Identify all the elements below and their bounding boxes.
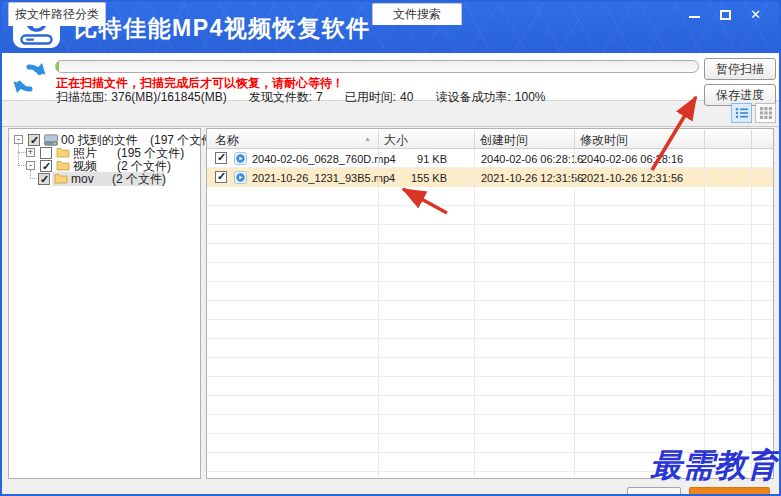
file-row[interactable]: 2040-02-06_0628_760D.mp4 91 KB 2040-02-0…: [207, 149, 773, 168]
column-divider: [474, 149, 475, 477]
column-divider: [751, 149, 752, 477]
tree-checkbox[interactable]: [40, 147, 52, 159]
header-divider: [574, 130, 575, 148]
column-header-name[interactable]: 名称: [215, 132, 239, 149]
app-title: 比特佳能MP4视频恢复软件: [74, 13, 371, 44]
tree-item-label: 00 找到的文件: [61, 133, 138, 147]
tree-item-found-files[interactable]: - 00 找到的文件 (197 个文件): [9, 133, 200, 147]
tree-item-label: 照片: [73, 146, 97, 160]
list-view-button[interactable]: [731, 103, 752, 123]
stat-scan-range: 扫描范围:376(MB)/161845(MB): [56, 89, 227, 106]
column-header-created[interactable]: 创建时间: [480, 132, 528, 149]
tab-by-file-path[interactable]: 按文件路径分类: [8, 2, 106, 26]
tree-checkbox[interactable]: [28, 134, 40, 146]
stat-files-found: 发现文件数:7: [249, 89, 323, 106]
tree-item-label: 视频: [73, 159, 97, 173]
tree-item-photos[interactable]: + 照片 (195 个文件): [9, 146, 200, 160]
tree-item-count: (195 个文件): [117, 146, 184, 160]
column-header-size[interactable]: 大小: [384, 132, 408, 149]
window-controls: ✕: [687, 7, 765, 23]
header-divider: [378, 130, 379, 148]
file-modified-time: 2040-02-06 06:28:16: [581, 153, 683, 165]
watermark-text: 最需教育: [650, 444, 778, 488]
thumbnail-view-button[interactable]: [755, 103, 776, 123]
column-divider: [704, 149, 705, 477]
tree-item-count: (2 个文件): [112, 172, 166, 186]
file-checkbox[interactable]: [215, 152, 227, 164]
maximize-icon: [720, 10, 731, 20]
sort-ascending-icon: ▲: [364, 135, 371, 142]
thumbnail-view-icon: [760, 107, 772, 119]
header-divider: [474, 130, 475, 148]
tree-item-label: mov: [71, 172, 94, 186]
recycle-icon: [11, 59, 48, 97]
file-checkbox[interactable]: [215, 171, 227, 183]
file-list-panel: 名称 ▲ 大小 创建时间 修改时间 2040-02-06_0628_760D.m…: [206, 128, 774, 479]
tab-file-search[interactable]: 文件搜索: [372, 3, 462, 25]
list-view-icon: [735, 107, 749, 119]
table-header: 名称 ▲ 大小 创建时间 修改时间: [207, 129, 773, 149]
close-icon: ✕: [750, 7, 761, 23]
file-name: 2021-10-26_1231_93B5.mp4: [252, 172, 395, 184]
expand-expander-icon[interactable]: +: [26, 148, 35, 157]
file-size: 155 KB: [378, 172, 447, 184]
tree-item-videos[interactable]: - 视频 (2 个文件): [9, 159, 200, 173]
minimize-icon: [689, 16, 700, 18]
folder-icon: [54, 173, 68, 187]
column-divider: [574, 149, 575, 477]
header-divider: [751, 130, 752, 148]
tree-checkbox[interactable]: [40, 160, 52, 172]
column-divider: [378, 149, 379, 477]
mp4-file-icon: [234, 152, 247, 167]
file-created-time: 2021-10-26 12:31:56: [481, 172, 583, 184]
tree-item-mov-selected[interactable]: mov (2 个文件): [9, 172, 200, 186]
scan-statistics: 扫描范围:376(MB)/161845(MB) 发现文件数:7 已用时间:40 …: [56, 89, 546, 106]
tree-item-count: (2 个文件): [117, 159, 171, 173]
tree-checkbox[interactable]: [38, 173, 50, 185]
bottom-recover-button-partial[interactable]: [689, 487, 770, 496]
collapse-expander-icon[interactable]: -: [14, 135, 23, 144]
header-divider: [704, 130, 705, 148]
maximize-button[interactable]: [718, 7, 734, 23]
close-button[interactable]: ✕: [749, 7, 765, 23]
column-header-modified[interactable]: 修改时间: [580, 132, 628, 149]
minimize-button[interactable]: [687, 7, 703, 23]
file-row-highlighted[interactable]: 2021-10-26_1231_93B5.mp4 155 KB 2021-10-…: [207, 168, 773, 187]
scan-progress-bar: [55, 60, 699, 73]
scan-progress-fill: [56, 61, 59, 72]
mp4-file-icon: [234, 171, 247, 186]
pause-scan-button[interactable]: 暂停扫描: [704, 58, 776, 80]
view-toggles: [731, 103, 776, 123]
empty-grid-rows: [207, 187, 773, 477]
file-name: 2040-02-06_0628_760D.mp4: [252, 153, 396, 165]
bottom-secondary-button-partial[interactable]: [627, 487, 681, 496]
file-size: 91 KB: [378, 153, 447, 165]
folder-tree-panel: - 00 找到的文件 (197 个文件) + 照片 (195 个文件) - 视频…: [8, 128, 201, 479]
file-modified-time: 2021-10-26 12:31:56: [581, 172, 683, 184]
file-created-time: 2040-02-06 06:28:16: [481, 153, 583, 165]
stat-elapsed-time: 已用时间:40: [345, 89, 414, 106]
stat-read-success-rate: 读设备成功率:100%: [435, 89, 545, 106]
collapse-expander-icon[interactable]: -: [26, 161, 35, 170]
